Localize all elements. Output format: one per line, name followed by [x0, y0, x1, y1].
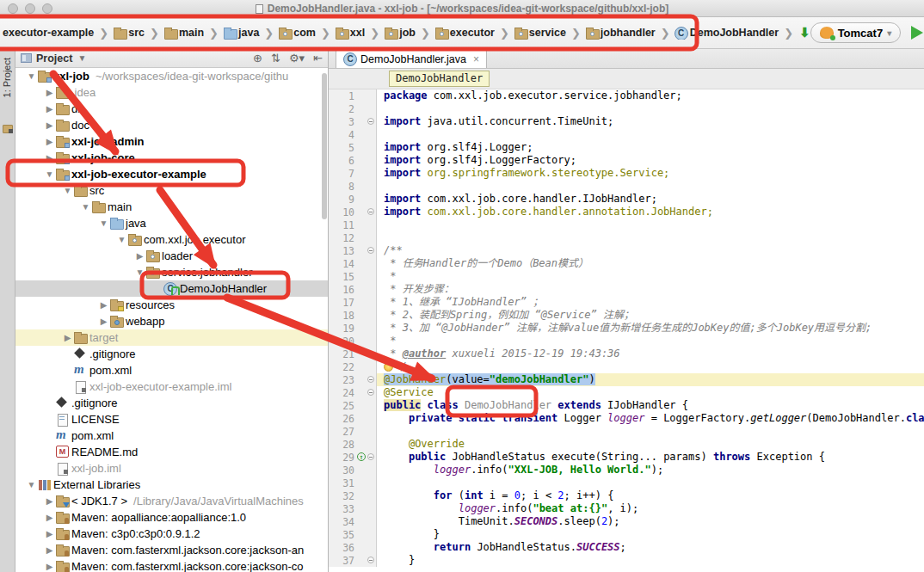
code-line[interactable]: 36 return JobHandleStatus.SUCCESS;	[329, 541, 924, 554]
code-line[interactable]: 15 *	[329, 270, 924, 283]
expander-closed-icon[interactable]: ▶	[44, 545, 55, 555]
breadcrumb-item-jobhandler[interactable]: jobhandler	[585, 27, 656, 40]
expander-closed-icon[interactable]: ▶	[44, 529, 55, 538]
code-line[interactable]: 18 * 2、装配到Spring，例如加 “@Service” 注解；	[329, 309, 924, 322]
tree-item-resources[interactable]: ▶resources	[15, 297, 328, 313]
tree-item-loader[interactable]: ▶loader	[15, 248, 328, 264]
tree-item-java[interactable]: ▼java	[15, 215, 328, 231]
breadcrumb-item-service[interactable]: service	[514, 27, 567, 40]
tree-item-readme-md[interactable]: README.md	[15, 444, 328, 460]
code-line[interactable]: 31	[329, 477, 924, 489]
hide-panel-icon[interactable]: ⇤	[313, 52, 323, 65]
code-line[interactable]: 16 * 开发步骤：	[329, 283, 924, 296]
tree-item-maven-com-fasterxml-jackson-core-jackson-co[interactable]: ▶Maven: com.fasterxml.jackson.core:jacks…	[15, 558, 328, 572]
code-line[interactable]: 1package com.xxl.job.executor.service.jo…	[329, 89, 924, 102]
code-line[interactable]: 27	[329, 425, 924, 438]
tree-scrollbar[interactable]	[322, 73, 327, 219]
breadcrumb-item-main[interactable]: main	[163, 27, 205, 40]
breadcrumb-item-executor[interactable]: executor	[434, 27, 496, 40]
code-line[interactable]: 13/**	[329, 244, 924, 257]
tree-item-xxl-job-admin[interactable]: ▶xxl-job-admin	[15, 133, 328, 150]
breadcrumb-item-xxl[interactable]: xxl	[335, 27, 366, 40]
fold-marker-icon[interactable]	[367, 557, 374, 563]
run-configuration-selector[interactable]: Tomcat7 ▾	[810, 22, 902, 43]
code-line[interactable]: 30 logger.info("XXL-JOB, Hello World.");	[329, 464, 924, 477]
code-line[interactable]: 14 * 任务Handler的一个Demo（Bean模式）	[329, 257, 924, 270]
breadcrumb-item-src[interactable]: src	[113, 27, 145, 40]
code-line[interactable]: 28 @Override	[329, 438, 924, 451]
class-breadcrumb-chip[interactable]: DemoJobHandler	[389, 71, 490, 87]
code-line[interactable]: 6import org.slf4j.LoggerFactory;	[329, 154, 924, 167]
tree-item--jdk1-7-[interactable]: ▶< JDK1.7 >/Library/Java/JavaVirtualMach…	[15, 493, 328, 509]
code-line[interactable]: 29↑ public JobHandleStatus execute(Strin…	[329, 451, 924, 464]
breadcrumb-item-demojobhandler[interactable]: DemoJobHandler	[675, 27, 780, 40]
code-line[interactable]: 19 * 3、加 “@JobHander” 注解，注解value值为新增任务生成…	[329, 322, 924, 335]
settings-gear-icon[interactable]: ⚙▾	[289, 52, 305, 65]
code-line[interactable]: 22 */	[329, 360, 924, 373]
expander-closed-icon[interactable]: ▶	[44, 153, 55, 163]
tree-item--idea[interactable]: ▶.idea	[15, 84, 328, 101]
tree-item-xxl-job[interactable]: ▼xxl-job~/workspaces/idea-git-workspace/…	[15, 68, 328, 84]
tree-item-src[interactable]: ▼src	[15, 182, 328, 199]
tree-item-pom-xml[interactable]: pom.xml	[15, 362, 328, 378]
expander-closed-icon[interactable]: ▶	[44, 88, 55, 97]
tree-item-demojobhandler[interactable]: DemoJobHandler	[15, 280, 328, 297]
breadcrumb-item-java[interactable]: java	[223, 27, 260, 40]
breadcrumb-item-job[interactable]: job	[384, 27, 416, 40]
overriding-method-icon[interactable]: ↑	[357, 452, 366, 461]
code-line[interactable]: 37 }	[329, 554, 924, 567]
expander-closed-icon[interactable]: ▶	[44, 137, 55, 146]
code-line[interactable]: 32 for (int i = 0; i < 2; i++) {	[329, 489, 924, 502]
tree-item-maven-c3p0-c3p0-0-9-1-2[interactable]: ▶Maven: c3p0:c3p0:0.9.1.2	[15, 526, 328, 542]
code-line[interactable]: 34 TimeUnit.SECONDS.sleep(2);	[329, 515, 924, 528]
code-line[interactable]: 8	[329, 180, 924, 193]
fold-marker-icon[interactable]	[367, 453, 374, 460]
code-line[interactable]: 21 * @author xuxueli 2015-12-19 19:43:36	[329, 348, 924, 360]
navbar-download-icon[interactable]: ⬇	[799, 25, 810, 40]
code-line[interactable]: 23@JobHander(value="demoJobHandler")	[329, 373, 924, 386]
code-line[interactable]: 9import com.xxl.job.core.handler.IJobHan…	[329, 193, 924, 206]
code-line[interactable]: 3import java.util.concurrent.TimeUnit;	[329, 115, 924, 128]
breadcrumb-item-executor-example[interactable]: executor-example	[2, 27, 95, 39]
editor-tab[interactable]: DemoJobHandler.java ×	[336, 49, 487, 68]
close-tab-icon[interactable]: ×	[473, 53, 479, 65]
code-line[interactable]: 10import com.xxl.job.core.handler.annota…	[329, 206, 924, 218]
expander-closed-icon[interactable]: ▶	[44, 513, 55, 522]
code-line[interactable]: 4	[329, 128, 924, 141]
tree-item-com-xxl-job-executor[interactable]: ▼com.xxl.job.executor	[15, 231, 328, 248]
expander-open-icon[interactable]: ▼	[26, 71, 37, 81]
expander-open-icon[interactable]: ▼	[134, 268, 145, 277]
code-line[interactable]: 11	[329, 218, 924, 231]
code-line[interactable]: 33 logger.info("beat at:{}", i);	[329, 502, 924, 515]
expander-closed-icon[interactable]: ▶	[44, 562, 55, 571]
code-line[interactable]: 17 * 1、继承 “IJobHandler” ；	[329, 296, 924, 309]
locate-icon[interactable]: ⊕	[253, 52, 262, 65]
tree-item-main[interactable]: ▼main	[15, 199, 328, 215]
expander-closed-icon[interactable]: ▶	[98, 317, 109, 326]
run-button[interactable]	[911, 26, 923, 40]
intention-bulb-icon[interactable]	[384, 362, 393, 372]
fold-marker-icon[interactable]	[367, 247, 374, 254]
tree-item-maven-com-fasterxml-jackson-core-jackson-an[interactable]: ▶Maven: com.fasterxml.jackson.core:jacks…	[15, 542, 328, 558]
expander-open-icon[interactable]: ▼	[116, 235, 127, 244]
tree-item-external-libraries[interactable]: ▼External Libraries	[15, 477, 328, 493]
expander-closed-icon[interactable]: ▶	[134, 251, 145, 261]
code-line[interactable]: 25public class DemoJobHandler extends IJ…	[329, 399, 924, 412]
expander-closed-icon[interactable]: ▶	[44, 104, 55, 114]
tree-item-service-jobhandler[interactable]: ▼service.jobhandler	[15, 264, 328, 280]
code-editor[interactable]: 1package com.xxl.job.executor.service.jo…	[329, 89, 924, 572]
tree-item--gitignore[interactable]: .gitignore	[15, 395, 328, 411]
tree-item-target[interactable]: ▶target	[15, 329, 328, 346]
collapse-all-icon[interactable]: ⇅	[271, 52, 280, 65]
tree-item-maven-aopalliance-aopalliance-1-0[interactable]: ▶Maven: aopalliance:aopalliance:1.0	[15, 509, 328, 526]
code-line[interactable]: 35 }	[329, 528, 924, 541]
expander-closed-icon[interactable]: ▶	[62, 333, 73, 342]
breadcrumb-item-com[interactable]: com	[278, 27, 317, 40]
expander-open-icon[interactable]: ▼	[26, 480, 37, 489]
expander-open-icon[interactable]: ▼	[80, 202, 91, 212]
chevron-down-icon[interactable]: ▼	[77, 53, 86, 63]
tree-item--gitignore[interactable]: .gitignore	[15, 346, 328, 362]
fold-marker-icon[interactable]	[367, 389, 374, 396]
tree-item-doc[interactable]: ▶doc	[15, 117, 328, 133]
code-line[interactable]: 5import org.slf4j.Logger;	[329, 141, 924, 154]
